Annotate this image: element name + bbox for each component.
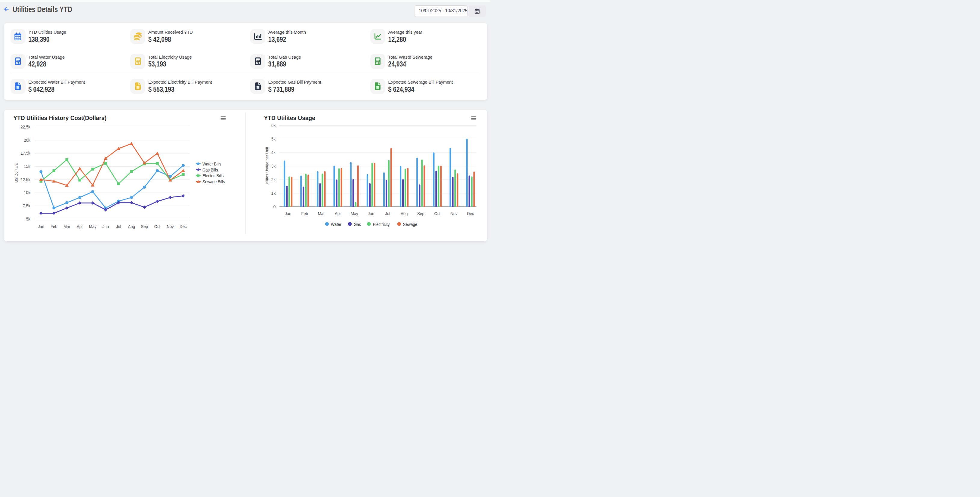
svg-text:Feb: Feb (51, 224, 57, 229)
svg-text:Water Bills: Water Bills (202, 161, 221, 166)
svg-text:$ 42,098: $ 42,098 (148, 35, 171, 43)
svg-text:Gas: Gas (354, 222, 361, 227)
svg-text:13,692: 13,692 (268, 35, 286, 43)
svg-text:Electric Bills: Electric Bills (202, 173, 224, 178)
svg-text:Expected Gas Bill Payment: Expected Gas Bill Payment (268, 80, 321, 84)
svg-text:Total Water Usage: Total Water Usage (28, 54, 65, 60)
svg-text:Nov: Nov (450, 211, 458, 216)
svg-text:$ 624,934: $ 624,934 (388, 86, 415, 93)
svg-text:Dec: Dec (467, 211, 474, 216)
svg-text:Aug: Aug (128, 224, 135, 229)
svg-text:15k: 15k (24, 164, 30, 169)
svg-text:3k: 3k (271, 164, 276, 169)
svg-text:10/01/2025 - 10/31/2025: 10/01/2025 - 10/31/2025 (419, 8, 468, 14)
svg-text:22.5k: 22.5k (21, 124, 30, 129)
svg-text:Jul: Jul (116, 224, 121, 229)
svg-text:Expected Electricity Bill Paym: Expected Electricity Bill Payment (148, 80, 212, 84)
svg-text:0: 0 (274, 204, 275, 209)
svg-text:Jun: Jun (103, 224, 109, 229)
svg-text:Apr: Apr (335, 211, 341, 216)
svg-text:Expected Water Bill Payment: Expected Water Bill Payment (28, 80, 85, 84)
svg-text:Aug: Aug (401, 211, 407, 216)
svg-text:Dec: Dec (180, 224, 186, 229)
svg-text:Water: Water (331, 222, 341, 227)
svg-text:Jul: Jul (385, 211, 390, 216)
svg-text:Sep: Sep (141, 224, 148, 229)
svg-text:Feb: Feb (301, 211, 308, 216)
svg-text:Gas Bills: Gas Bills (202, 167, 218, 172)
svg-text:20k: 20k (24, 138, 30, 143)
svg-text:7.5k: 7.5k (23, 203, 30, 208)
svg-text:4k: 4k (271, 150, 276, 155)
svg-text:YTD Utilities Usage: YTD Utilities Usage (28, 29, 66, 35)
svg-text:31,889: 31,889 (268, 60, 286, 68)
svg-text:Total Gas Usage: Total Gas Usage (268, 54, 301, 60)
svg-text:6k: 6k (271, 123, 276, 128)
svg-text:Oct: Oct (154, 224, 160, 229)
svg-text:Jan: Jan (285, 211, 291, 216)
svg-text:$ 553,193: $ 553,193 (148, 86, 175, 93)
svg-text:17.5k: 17.5k (21, 151, 30, 156)
svg-text:53,193: 53,193 (148, 60, 166, 68)
svg-text:YTD Utilites Usage: YTD Utilites Usage (264, 114, 315, 121)
svg-text:Mar: Mar (64, 224, 70, 229)
svg-text:Oct: Oct (434, 211, 441, 216)
svg-text:US Dorllars: US Dorllars (14, 163, 19, 183)
svg-text:YTD Utilities History Cost(Dol: YTD Utilities History Cost(Dollars) (13, 114, 107, 121)
svg-text:$ 642,928: $ 642,928 (28, 86, 54, 93)
svg-text:Average this year: Average this year (388, 29, 422, 35)
svg-text:Jan: Jan (38, 224, 44, 229)
svg-text:Mar: Mar (318, 211, 325, 216)
svg-text:Utilites Usage per Unit: Utilites Usage per Unit (265, 147, 269, 185)
svg-text:Total Electricity Usage: Total Electricity Usage (148, 54, 192, 60)
svg-text:$ 731,889: $ 731,889 (268, 86, 294, 93)
svg-text:10k: 10k (24, 190, 30, 195)
svg-text:May: May (89, 224, 97, 229)
svg-text:12.5k: 12.5k (21, 177, 30, 182)
svg-text:24,934: 24,934 (388, 60, 406, 68)
svg-text:12,280: 12,280 (388, 35, 406, 43)
svg-text:5k: 5k (26, 217, 31, 221)
svg-text:138,390: 138,390 (28, 35, 49, 43)
svg-text:Total Waste Sewerage: Total Waste Sewerage (388, 54, 433, 60)
svg-text:2k: 2k (271, 177, 276, 182)
svg-text:Sep: Sep (417, 211, 424, 216)
svg-text:5k: 5k (271, 137, 276, 142)
svg-text:Expected Sewerage Bill Payment: Expected Sewerage Bill Payment (388, 80, 453, 84)
svg-text:42,928: 42,928 (28, 60, 46, 68)
svg-text:Electricity: Electricity (373, 222, 390, 227)
svg-text:Average this Month: Average this Month (268, 29, 306, 35)
svg-text:Amount Received YTD: Amount Received YTD (148, 29, 193, 35)
svg-text:Utilities Details YTD: Utilities Details YTD (13, 5, 72, 14)
svg-text:Sewage Bills: Sewage Bills (202, 179, 225, 184)
svg-text:Nov: Nov (167, 224, 174, 229)
svg-text:May: May (351, 211, 358, 216)
svg-text:Apr: Apr (77, 224, 83, 229)
svg-text:Jun: Jun (368, 211, 374, 216)
svg-text:Sewage: Sewage (403, 222, 417, 227)
svg-text:1k: 1k (271, 191, 276, 196)
